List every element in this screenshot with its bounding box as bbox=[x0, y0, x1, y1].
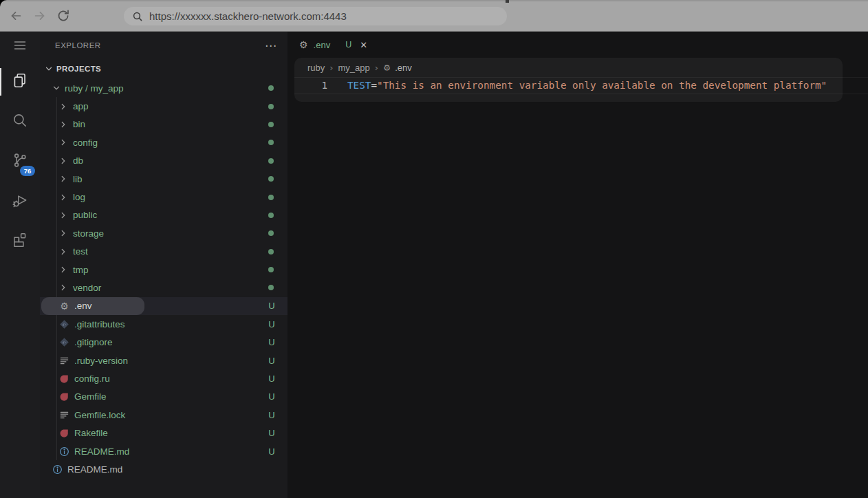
modified-dot-badge bbox=[268, 176, 274, 182]
tree-item-folder-public[interactable]: public bbox=[40, 206, 287, 224]
modified-dot-badge bbox=[268, 285, 274, 290]
root-folder-label: ruby / my_app bbox=[65, 83, 124, 94]
menu-button[interactable] bbox=[0, 32, 40, 62]
tree-item-folder-log[interactable]: log bbox=[40, 188, 287, 206]
breadcrumb-item-ruby[interactable]: ruby bbox=[307, 63, 325, 73]
chevron-right-icon bbox=[58, 283, 69, 292]
folder-label: db bbox=[73, 155, 83, 166]
file-label: .gitattributes bbox=[74, 319, 125, 329]
tree-item-file-README-md[interactable]: README.mdU bbox=[40, 442, 287, 460]
folder-label: lib bbox=[73, 174, 83, 184]
code-line-1[interactable]: 1 TEST="This is an environment variable … bbox=[294, 77, 843, 94]
url-text: https://xxxxxx.stackhero-network.com:444… bbox=[149, 10, 347, 22]
vscode-workbench: 76 EXPLORER ⋯ PRO bbox=[0, 32, 868, 498]
current-line-border-bottom bbox=[294, 94, 868, 94]
env-value: "This is an environment variable only av… bbox=[377, 80, 827, 91]
tree-item-file-gitignore[interactable]: .gitignoreU bbox=[40, 333, 287, 351]
folder-label: app bbox=[73, 101, 89, 111]
address-bar[interactable]: https://xxxxxx.stackhero-network.com:444… bbox=[124, 7, 507, 25]
window-notch bbox=[506, 0, 509, 3]
back-button[interactable] bbox=[6, 6, 25, 25]
tree-item-folder-test[interactable]: test bbox=[40, 243, 287, 261]
file-label: .gitignore bbox=[74, 337, 113, 347]
files-icon bbox=[11, 72, 29, 92]
hamburger-menu-icon bbox=[12, 37, 28, 56]
git-icon bbox=[58, 318, 70, 329]
env-key: TEST bbox=[347, 80, 371, 91]
chevron-right-icon bbox=[58, 210, 69, 220]
section-projects[interactable]: PROJECTS bbox=[40, 58, 287, 79]
back-arrow-icon bbox=[8, 8, 23, 23]
tree-item-folder-lib[interactable]: lib bbox=[40, 170, 287, 188]
tree-item-file-gitattributes[interactable]: .gitattributesU bbox=[40, 315, 287, 333]
folder-label: log bbox=[73, 192, 85, 202]
folder-label: bin bbox=[73, 119, 85, 129]
folder-label: public bbox=[73, 210, 97, 220]
explorer-sidebar: EXPLORER ⋯ PROJECTS ruby / my_app bbox=[40, 32, 287, 498]
git-status-badge: U bbox=[266, 410, 277, 420]
git-status-badge: U bbox=[266, 319, 277, 329]
git-status-badge: U bbox=[266, 446, 277, 457]
tree-item-file-config-ru[interactable]: config.ruU bbox=[40, 369, 287, 387]
more-actions-icon[interactable]: ⋯ bbox=[265, 42, 276, 49]
breadcrumb: ruby › my_app › ⚙ .env bbox=[307, 58, 412, 77]
sidebar-item-explorer[interactable] bbox=[0, 62, 40, 102]
folder-label: test bbox=[73, 246, 88, 257]
tree-item-folder-tmp[interactable]: tmp bbox=[40, 261, 287, 279]
info-icon bbox=[52, 464, 63, 475]
tree-item-root-folder[interactable]: ruby / my_app bbox=[40, 79, 287, 97]
breadcrumb-item-my-app[interactable]: my_app bbox=[338, 63, 370, 73]
modified-dot-badge bbox=[268, 122, 274, 127]
ruby-icon bbox=[58, 428, 70, 439]
folder-label: tmp bbox=[73, 265, 89, 275]
tree-item-folder-db[interactable]: db bbox=[40, 152, 287, 170]
file-label: README.md bbox=[67, 464, 122, 475]
gear-icon: ⚙ bbox=[299, 40, 308, 50]
file-label: README.md bbox=[74, 446, 129, 457]
current-line-border-top bbox=[294, 77, 868, 78]
gear-icon: ⚙ bbox=[383, 63, 391, 73]
folder-label: storage bbox=[73, 228, 104, 239]
tab-bar: ⚙ .env U ✕ bbox=[287, 32, 868, 58]
tree-item-workspace-readme[interactable]: README.md bbox=[40, 460, 287, 478]
file-label: Gemfile bbox=[74, 391, 107, 402]
tree-item-folder-storage[interactable]: storage bbox=[40, 224, 287, 242]
tree-item-folder-config[interactable]: config bbox=[40, 133, 287, 151]
sidebar-item-extensions[interactable] bbox=[0, 221, 40, 261]
tree-item-file-Gemfile-lock[interactable]: Gemfile.lockU bbox=[40, 406, 287, 424]
close-icon[interactable]: ✕ bbox=[360, 40, 367, 50]
tab-env[interactable]: ⚙ .env U ✕ bbox=[299, 32, 367, 58]
gear-icon: ⚙ bbox=[58, 301, 70, 312]
folder-label: vendor bbox=[73, 283, 101, 293]
sidebar-item-run-debug[interactable] bbox=[0, 182, 40, 221]
file-label: config.ru bbox=[74, 374, 110, 384]
file-label: .ruby-version bbox=[74, 356, 128, 366]
tree-item-folder-app[interactable]: app bbox=[40, 97, 287, 115]
chevron-right-icon bbox=[58, 120, 69, 129]
modified-dot-badge bbox=[268, 158, 274, 164]
chevron-right-icon bbox=[58, 228, 69, 238]
tree-item-file-Gemfile[interactable]: GemfileU bbox=[40, 388, 287, 406]
reload-button[interactable] bbox=[54, 6, 73, 25]
breadcrumb-item-env[interactable]: .env bbox=[395, 63, 412, 73]
browser-window: https://xxxxxx.stackhero-network.com:444… bbox=[0, 0, 868, 498]
forward-button[interactable] bbox=[30, 6, 50, 25]
git-status-badge: U bbox=[266, 374, 277, 384]
modified-dot-badge bbox=[268, 230, 274, 236]
chevron-right-icon bbox=[58, 102, 69, 111]
tree-item-file-env[interactable]: ⚙.envU bbox=[40, 297, 287, 315]
tree-item-file-ruby-version[interactable]: .ruby-versionU bbox=[40, 351, 287, 369]
chevron-down-icon bbox=[51, 83, 62, 93]
sidebar-item-search[interactable] bbox=[0, 102, 40, 142]
sidebar-item-source-control[interactable]: 76 bbox=[0, 142, 40, 182]
chevron-right-icon bbox=[58, 174, 69, 184]
tree-item-file-Rakefile[interactable]: RakefileU bbox=[40, 424, 287, 442]
editor-group: ⚙ .env U ✕ ruby › my_app › ⚙ .env bbox=[287, 32, 868, 498]
activity-bar: 76 bbox=[0, 32, 40, 498]
tree-item-folder-bin[interactable]: bin bbox=[40, 116, 287, 133]
search-icon bbox=[132, 11, 143, 22]
file-list: ⚙.envU.gitattributesU.gitignoreU.ruby-ve… bbox=[40, 297, 287, 461]
tree-item-folder-vendor[interactable]: vendor bbox=[40, 279, 287, 296]
modified-dot-badge bbox=[268, 249, 274, 255]
ruby-icon bbox=[58, 373, 70, 384]
